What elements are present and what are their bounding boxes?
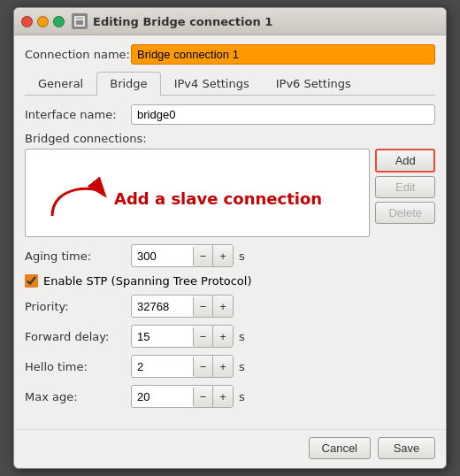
- tab-general[interactable]: General: [25, 72, 96, 95]
- interface-name-input[interactable]: [131, 104, 435, 125]
- max-age-spinbox: − +: [131, 385, 234, 408]
- max-age-plus[interactable]: +: [213, 386, 233, 407]
- hello-time-minus[interactable]: −: [194, 356, 213, 377]
- aging-time-unit: s: [239, 250, 245, 263]
- titlebar: Editing Bridge connection 1: [14, 8, 446, 35]
- forward-delay-unit: s: [239, 330, 245, 343]
- forward-delay-input[interactable]: [132, 327, 194, 346]
- add-button[interactable]: Add: [375, 149, 435, 173]
- tab-bar: General Bridge IPv4 Settings IPv6 Settin…: [25, 72, 435, 96]
- interface-name-row: Interface name:: [25, 104, 435, 125]
- hello-time-spinbox: − +: [131, 355, 234, 378]
- enable-stp-label: Enable STP (Spanning Tree Protocol): [43, 274, 252, 288]
- forward-delay-spinbox: − +: [131, 325, 234, 348]
- svg-rect-0: [75, 17, 84, 26]
- minimize-button[interactable]: [37, 16, 49, 27]
- bridged-connections-label: Bridged connections:: [25, 132, 435, 145]
- hello-time-row: Hello time: − + s: [25, 355, 435, 378]
- tab-bridge[interactable]: Bridge: [96, 72, 160, 96]
- hello-time-label: Hello time:: [25, 360, 131, 373]
- dialog-footer: Cancel Save: [14, 429, 446, 468]
- connection-name-input[interactable]: [131, 44, 435, 65]
- forward-delay-minus[interactable]: −: [194, 326, 213, 347]
- hello-time-plus[interactable]: +: [213, 356, 233, 377]
- dialog-window: Editing Bridge connection 1 Connection n…: [13, 7, 447, 469]
- priority-plus[interactable]: +: [213, 296, 233, 317]
- max-age-minus[interactable]: −: [194, 386, 213, 407]
- max-age-row: Max age: − + s: [25, 385, 435, 408]
- slave-connection-hint: Add a slave connection: [43, 176, 322, 220]
- dialog-content: Connection name: General Bridge IPv4 Set…: [14, 35, 446, 424]
- forward-delay-plus[interactable]: +: [213, 326, 233, 347]
- priority-input[interactable]: [132, 297, 194, 316]
- priority-row: Priority: − +: [25, 295, 435, 318]
- connections-buttons: Add Edit Delete: [375, 149, 435, 237]
- enable-stp-row: Enable STP (Spanning Tree Protocol): [25, 274, 435, 288]
- priority-spinbox: − +: [131, 295, 234, 318]
- aging-time-spinbox: − +: [131, 244, 234, 267]
- hello-time-unit: s: [239, 360, 245, 373]
- window-controls: [21, 16, 65, 27]
- priority-label: Priority:: [25, 300, 131, 313]
- edit-button[interactable]: Edit: [375, 176, 435, 198]
- aging-time-row: Aging time: − + s: [25, 244, 435, 267]
- forward-delay-label: Forward delay:: [25, 330, 131, 343]
- delete-button[interactable]: Delete: [375, 202, 435, 224]
- max-age-unit: s: [239, 390, 245, 403]
- titlebar-title: Editing Bridge connection 1: [93, 15, 272, 28]
- maximize-button[interactable]: [53, 16, 65, 27]
- aging-time-input[interactable]: [132, 247, 194, 265]
- enable-stp-checkbox[interactable]: [25, 274, 38, 288]
- slave-text: Add a slave connection: [114, 189, 322, 208]
- save-button[interactable]: Save: [378, 437, 435, 459]
- aging-time-minus[interactable]: −: [194, 245, 213, 266]
- cancel-button[interactable]: Cancel: [309, 437, 371, 459]
- bridged-connections-area: Add a slave connection Add Edit Delete: [25, 149, 435, 237]
- tab-ipv4[interactable]: IPv4 Settings: [161, 72, 263, 95]
- titlebar-icon: [72, 13, 88, 29]
- hello-time-input[interactable]: [132, 357, 194, 376]
- tab-ipv6[interactable]: IPv6 Settings: [263, 72, 364, 95]
- priority-minus[interactable]: −: [194, 296, 213, 317]
- max-age-label: Max age:: [25, 390, 131, 403]
- aging-time-plus[interactable]: +: [213, 245, 233, 266]
- connections-list: Add a slave connection: [25, 149, 370, 237]
- connection-name-row: Connection name:: [25, 44, 435, 65]
- connection-name-label: Connection name:: [25, 48, 131, 61]
- aging-time-label: Aging time:: [25, 250, 131, 263]
- interface-name-label: Interface name:: [25, 108, 131, 121]
- max-age-input[interactable]: [132, 388, 194, 406]
- close-button[interactable]: [21, 16, 33, 27]
- forward-delay-row: Forward delay: − + s: [25, 325, 435, 348]
